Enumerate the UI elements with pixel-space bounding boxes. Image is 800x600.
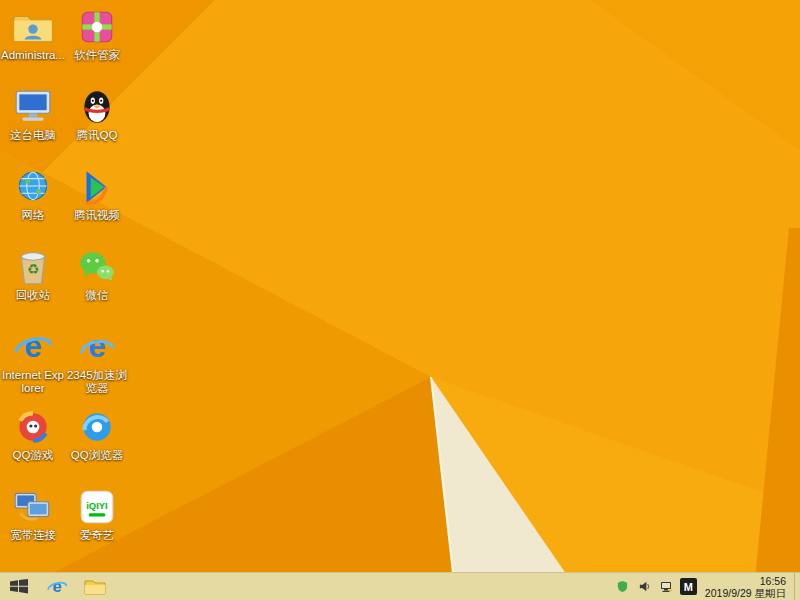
globe-icon	[10, 166, 56, 208]
desktop-icon-column-1: Administra... 这台电脑	[2, 6, 64, 566]
desktop-icon-qq-browser[interactable]: QQ浏览器	[66, 406, 128, 486]
play-icon	[74, 166, 120, 208]
taskbar: e	[0, 572, 800, 600]
ie-icon: e	[10, 326, 56, 368]
desktop-icon-broadband[interactable]: 宽带连接	[2, 486, 64, 566]
start-button[interactable]	[0, 573, 38, 600]
svg-text:e: e	[24, 329, 42, 365]
icon-label: Administra...	[1, 49, 65, 62]
svg-text:*: *	[669, 586, 673, 594]
desktop-icon-internet-explorer[interactable]: e Internet Explorer	[2, 326, 64, 406]
folder-icon	[84, 578, 106, 596]
icon-label: QQ浏览器	[71, 449, 123, 462]
network-icon[interactable]: *	[658, 573, 676, 600]
show-desktop-button[interactable]	[794, 573, 800, 600]
desktop-icon-tencent-video[interactable]: 腾讯视频	[66, 166, 128, 246]
ie-icon: e	[46, 577, 68, 597]
volume-icon[interactable]	[636, 573, 654, 600]
desktop-icon-2345-browser[interactable]: e 2345加速浏览器	[66, 326, 128, 406]
icon-label: 腾讯视频	[74, 209, 120, 222]
icon-label: 腾讯QQ	[77, 129, 118, 142]
computer-icon	[10, 86, 56, 128]
desktop-icon-qq-games[interactable]: QQ游戏	[2, 406, 64, 486]
icon-label: 软件管家	[74, 49, 120, 62]
icon-label: QQ游戏	[13, 449, 54, 462]
ime-indicator[interactable]: M	[680, 578, 697, 595]
icon-label: 爱奇艺	[80, 529, 115, 542]
desktop-icon-tencent-qq[interactable]: 腾讯QQ	[66, 86, 128, 166]
broadband-icon	[10, 486, 56, 528]
icon-label: 微信	[86, 289, 109, 302]
desktop-icon-recycle-bin[interactable]: ♻ 回收站	[2, 246, 64, 326]
icon-label: 这台电脑	[10, 129, 56, 142]
tray-clock[interactable]: 16:56 2019/9/29 星期日	[705, 575, 794, 599]
software-manager-icon	[74, 6, 120, 48]
desktop-icon-iqiyi[interactable]: iQIYI 爱奇艺	[66, 486, 128, 566]
svg-text:e: e	[52, 577, 61, 595]
icon-label: 宽带连接	[10, 529, 56, 542]
desktop-icon-administrator-files[interactable]: Administra...	[2, 6, 64, 86]
icon-label: 回收站	[16, 289, 51, 302]
icon-label: 网络	[22, 209, 45, 222]
desktop: Administra... 这台电脑	[0, 0, 800, 600]
tray-time: 16:56	[705, 575, 786, 587]
qq-penguin-icon	[74, 86, 120, 128]
user-folder-icon	[10, 6, 56, 48]
svg-text:iQIYI: iQIYI	[86, 500, 108, 511]
taskbar-file-explorer-button[interactable]	[76, 573, 114, 600]
icon-label: 2345加速浏览器	[66, 369, 128, 395]
svg-text:e: e	[88, 329, 106, 365]
tray-date: 2019/9/29 星期日	[705, 587, 786, 599]
taskbar-internet-explorer-button[interactable]: e	[38, 573, 76, 600]
qq-browser-icon	[74, 406, 120, 448]
iqiyi-icon: iQIYI	[74, 486, 120, 528]
windows-logo-icon	[9, 578, 29, 595]
2345-browser-icon: e	[74, 326, 120, 368]
desktop-icon-wechat[interactable]: 微信	[66, 246, 128, 326]
security-shield-icon[interactable]	[614, 573, 632, 600]
desktop-icon-network[interactable]: 网络	[2, 166, 64, 246]
qq-games-icon	[10, 406, 56, 448]
desktop-icon-column-2: 软件管家 腾讯QQ	[66, 6, 128, 566]
system-tray: * M 16:56 2019/9/29 星期日	[614, 573, 800, 600]
icon-label: Internet Explorer	[2, 369, 64, 395]
svg-text:♻: ♻	[27, 262, 39, 277]
recycle-bin-icon: ♻	[10, 246, 56, 288]
desktop-icon-this-pc[interactable]: 这台电脑	[2, 86, 64, 166]
wechat-icon	[74, 246, 120, 288]
desktop-icon-software-manager[interactable]: 软件管家	[66, 6, 128, 86]
